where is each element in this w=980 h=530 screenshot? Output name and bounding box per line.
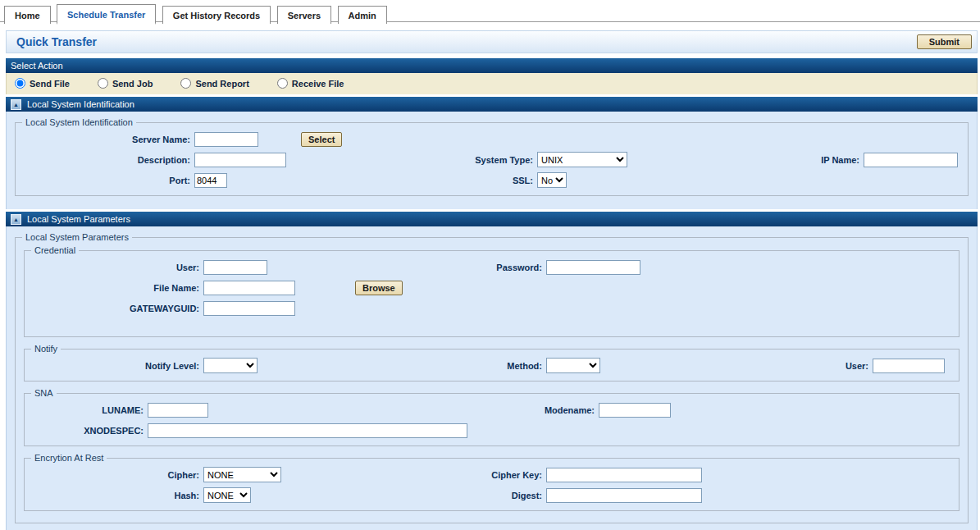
encryption-at-rest-fieldset: Encrytion At Rest Cipher: NONE Cipher Ke… (24, 453, 959, 511)
digest-label: Digest: (463, 491, 546, 500)
radio-send-job-label: Send Job (112, 79, 153, 89)
luname-label: LUNAME: (28, 405, 148, 415)
system-type-label: System Type: (454, 155, 537, 165)
tab-home[interactable]: Home (4, 6, 51, 24)
local-system-parameters-fieldset: Local System Parameters Credential User:… (15, 232, 969, 523)
main-content: Quick Transfer Submit Select Action Send… (6, 30, 978, 530)
credential-user-input[interactable] (203, 260, 267, 275)
form-row: Cipher: NONE Cipher Key: (28, 464, 955, 485)
local-system-identification-fieldset: Local System Identification Server Name:… (15, 117, 969, 196)
radio-send-report-label: Send Report (195, 79, 248, 89)
radio-receive-file[interactable]: Receive File (277, 78, 344, 89)
form-row: Notify Level: Method: User: (28, 355, 955, 376)
cipher-key-input[interactable] (546, 468, 702, 482)
notify-fieldset: Notify Notify Level: Method: User: (24, 344, 959, 382)
radio-send-report[interactable]: Send Report (180, 78, 248, 89)
port-input[interactable] (194, 173, 227, 188)
local-system-identification-panel: Local System Identification Server Name:… (6, 112, 978, 209)
file-name-label: File Name: (28, 283, 203, 293)
ssl-label: SSL: (454, 176, 537, 185)
select-action-header-label: Select Action (11, 61, 63, 71)
page-title: Quick Transfer (16, 35, 97, 48)
ip-name-label: IP Name: (773, 155, 864, 165)
xnodespec-label: XNODESPEC: (28, 426, 148, 436)
form-row: Server Name: Select (19, 129, 964, 149)
radio-send-job[interactable]: Send Job (98, 78, 153, 89)
hash-select[interactable]: NONE (203, 487, 251, 503)
description-label: Description: (19, 155, 194, 165)
form-row: Description: System Type: UNIX IP Name: (19, 149, 964, 170)
collapse-arrow-icon[interactable]: ▲ (11, 99, 21, 110)
notify-method-label: Method: (463, 361, 546, 371)
ssl-select[interactable]: No (537, 172, 567, 188)
gatewayguid-input[interactable] (203, 301, 295, 316)
gatewayguid-label: GATEWAYGUID: (28, 304, 203, 313)
file-name-input[interactable] (203, 281, 295, 295)
credential-legend: Credential (31, 245, 79, 255)
ip-name-input[interactable] (864, 153, 958, 167)
browse-button[interactable]: Browse (355, 281, 403, 295)
server-name-label: Server Name: (19, 135, 194, 144)
sna-fieldset: SNA LUNAME: Modename: XNODESPEC: (24, 388, 959, 446)
notify-method-select[interactable] (546, 358, 600, 373)
radio-send-job-input[interactable] (98, 78, 108, 89)
notify-level-select[interactable] (203, 358, 258, 373)
form-row: User: Password: (28, 257, 955, 277)
radio-receive-file-input[interactable] (277, 78, 288, 89)
local-system-parameters-header[interactable]: ▲ Local System Parameters (6, 212, 978, 226)
local-system-parameters-legend: Local System Parameters (22, 232, 132, 242)
radio-send-file-label: Send File (30, 79, 70, 89)
notify-user-input[interactable] (873, 359, 945, 373)
local-system-identification-header-label: Local System Identification (27, 99, 134, 109)
xnodespec-input[interactable] (148, 423, 467, 438)
form-row: Hash: NONE Digest: (28, 485, 955, 505)
select-action-header: Select Action (6, 58, 978, 73)
radio-send-report-input[interactable] (180, 78, 191, 89)
server-name-input[interactable] (194, 132, 258, 147)
tab-schedule-transfer[interactable]: Schedule Transfer (57, 4, 156, 25)
cipher-select[interactable]: NONE (203, 467, 281, 482)
tab-admin[interactable]: Admin (338, 6, 387, 24)
modename-label: Modename: (500, 405, 599, 415)
digest-input[interactable] (546, 488, 702, 503)
credential-user-label: User: (28, 263, 203, 272)
form-row: GATEWAYGUID: (28, 298, 955, 318)
tab-bar: Home Schedule Transfer Get History Recor… (0, 0, 980, 22)
form-row: XNODESPEC: (28, 420, 955, 441)
notify-legend: Notify (31, 344, 61, 354)
port-label: Port: (19, 176, 194, 185)
collapse-arrow-icon[interactable]: ▲ (11, 214, 21, 225)
password-input[interactable] (546, 260, 640, 275)
radio-receive-file-label: Receive File (292, 79, 344, 89)
submit-button[interactable]: Submit (917, 34, 972, 49)
hash-label: Hash: (28, 491, 203, 500)
local-system-parameters-header-label: Local System Parameters (27, 214, 130, 224)
radio-send-file[interactable]: Send File (15, 78, 70, 89)
select-server-button[interactable]: Select (301, 132, 342, 147)
radio-send-file-input[interactable] (15, 78, 25, 89)
notify-level-label: Notify Level: (28, 361, 203, 371)
form-row: LUNAME: Modename: (28, 400, 955, 420)
local-system-identification-legend: Local System Identification (22, 117, 136, 127)
description-input[interactable] (194, 153, 286, 167)
password-label: Password: (463, 263, 546, 272)
luname-input[interactable] (148, 403, 208, 418)
system-type-select[interactable]: UNIX (537, 152, 627, 167)
select-action-options: Send File Send Job Send Report Receive F… (6, 73, 978, 94)
local-system-parameters-panel: Local System Parameters Credential User:… (6, 226, 978, 530)
encryption-at-rest-legend: Encrytion At Rest (31, 453, 107, 463)
tab-get-history-records[interactable]: Get History Records (162, 6, 271, 24)
form-row: File Name: Browse (28, 277, 955, 298)
page-title-bar: Quick Transfer Submit (6, 30, 978, 53)
local-system-identification-header[interactable]: ▲ Local System Identification (6, 97, 978, 112)
form-row: Port: SSL: No (19, 170, 964, 190)
credential-fieldset: Credential User: Password: File Name: (24, 245, 959, 337)
sna-legend: SNA (31, 388, 57, 398)
cipher-key-label: Cipher Key: (463, 470, 546, 480)
tab-servers[interactable]: Servers (277, 6, 331, 24)
notify-user-label: User: (782, 361, 873, 371)
modename-input[interactable] (599, 403, 671, 418)
cipher-label: Cipher: (28, 470, 203, 480)
